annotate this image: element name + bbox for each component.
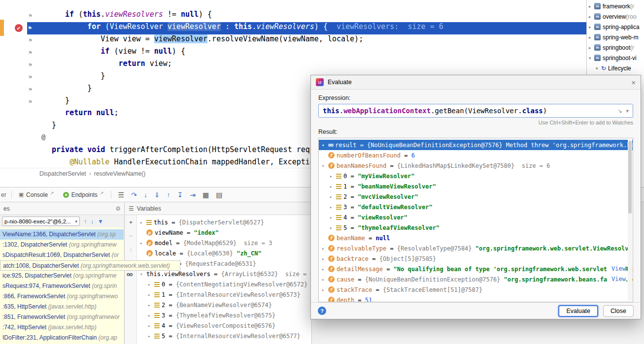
chevron-down-icon[interactable]: ▾ — [626, 108, 629, 114]
panel-options-icon[interactable]: ⚙ — [115, 205, 121, 212]
variables-menu-icon[interactable]: ☰ — [129, 205, 134, 212]
frame-row[interactable]: sRequest:974, FrameworkServlet (org.spri… — [0, 281, 124, 291]
expand-chevron-icon[interactable]: ▸ — [322, 287, 328, 292]
layout-menu-icon[interactable]: ☰ — [118, 191, 125, 199]
expand-chevron-icon[interactable]: ▸ — [148, 303, 154, 308]
expression-combobox[interactable]: this.webApplicationContext.getBean(ViewR… — [318, 104, 633, 118]
expand-chevron-icon[interactable]: ▸ — [589, 14, 594, 19]
result-row[interactable]: ▸2 = "mvcViewResolver" — [319, 191, 633, 202]
variable-row[interactable]: ▸this = {DispatcherServlet@6527} — [137, 217, 311, 227]
code-line[interactable]: ⚑ if (view != null) { — [0, 47, 586, 59]
frame-row-tooltip[interactable]: atch:1008, DispatcherServlet (org.spring… — [0, 260, 180, 271]
close-icon[interactable]: × — [631, 79, 636, 86]
expand-chevron-icon[interactable]: ▸ — [589, 4, 594, 9]
result-row[interactable]: ▸fbacktrace = {Object[5]@7585} — [319, 253, 633, 264]
scrollbar[interactable] — [628, 139, 632, 301]
expand-chevron-icon[interactable]: ▾ — [589, 56, 594, 61]
move-watch-up-icon[interactable]: ↑ — [129, 247, 133, 253]
expand-chevron-icon[interactable]: ▸ — [322, 256, 328, 261]
variable-row[interactable]: ▸pmodel = {ModelMap@6529} size = 3 — [137, 238, 311, 248]
result-row[interactable]: fnumberOfBeansFound = 6 — [319, 150, 633, 160]
frame-down-icon[interactable]: ↓ — [91, 218, 94, 225]
breadcrumb-item[interactable]: DispatcherServlet — [39, 170, 86, 177]
project-item[interactable]: ▸mspringboot (r — [587, 42, 644, 53]
layout-settings-icon[interactable]: ▤ — [216, 191, 222, 199]
expand-chevron-icon[interactable]: ▾ — [322, 143, 328, 148]
project-item[interactable]: ▾mspringboot-vi — [587, 53, 644, 63]
expand-chevron-icon[interactable]: ▸ — [140, 220, 146, 225]
project-item[interactable]: ▸moverview (roo — [587, 11, 644, 22]
variable-row[interactable]: ▸1 = {InternalResourceViewResolver@6573} — [137, 289, 311, 300]
step-over-icon[interactable]: ↷ — [131, 191, 137, 199]
bookmark-icon[interactable]: ⚑ — [29, 71, 32, 84]
expand-chevron-icon[interactable]: ▸ — [322, 246, 328, 251]
expand-chevron-icon[interactable]: ▾ — [140, 272, 146, 277]
expand-chevron-icon[interactable]: ▸ — [140, 241, 146, 246]
frame-row[interactable]: :851, FrameworkServlet (org.springframew… — [0, 312, 124, 322]
breadcrumb-item[interactable]: resolveViewName() — [94, 170, 145, 177]
frame-row[interactable]: sDispatchResult:1069, DispatcherServlet … — [0, 250, 124, 260]
expand-chevron-icon[interactable]: ▸ — [330, 194, 336, 199]
result-row[interactable]: ▸fdetailMessage = "No qualifying bean of… — [319, 264, 633, 274]
result-row[interactable]: ▸3 = "defaultViewResolver" — [319, 202, 633, 212]
expand-chevron-icon[interactable]: ▸ — [148, 282, 154, 287]
expand-icon[interactable]: ↘ — [617, 108, 622, 114]
step-out-icon[interactable]: ↑ — [167, 191, 170, 199]
expand-chevron-icon[interactable]: ▸ — [148, 323, 154, 328]
expand-chevron-icon[interactable]: ▸ — [330, 205, 336, 210]
frame-up-icon[interactable]: ↑ — [84, 218, 87, 225]
code-line[interactable]: ⚑ View view = viewResolver.resolveViewNa… — [0, 34, 586, 47]
expand-chevron-icon[interactable]: ▾ — [322, 163, 328, 168]
variable-row[interactable]: ▸2 = {BeanNameViewResolver@6574} — [137, 300, 311, 310]
thread-selector[interactable]: p-nio-8080-exec-2"@6,2... ▾ — [2, 217, 80, 226]
force-step-into-icon[interactable]: ⇓ — [154, 191, 160, 199]
result-row[interactable]: fdepth = 51 — [319, 295, 633, 302]
bookmark-icon[interactable]: ⚑ — [29, 59, 32, 71]
result-row[interactable]: fbeanName = null — [319, 233, 633, 243]
help-icon[interactable]: ? — [318, 307, 326, 315]
project-item[interactable]: ▾↻Lifecycle — [587, 63, 644, 73]
frame-row[interactable]: :635, HttpServlet (javax.servlet.http) — [0, 302, 124, 312]
result-row[interactable]: ▸5 = "thymeleafViewResolver" — [319, 222, 633, 233]
expand-chevron-icon[interactable]: ▸ — [330, 225, 336, 230]
variable-row[interactable]: ▸0 = {ContentNegotiatingViewResolver@657… — [137, 279, 311, 289]
expand-chevron-icon[interactable]: ▸ — [589, 45, 594, 50]
result-row[interactable]: ▸1 = "beanNameViewResolver" — [319, 181, 633, 191]
result-row[interactable]: ▾ooresult = {NoUniqueBeanDefinitionExcep… — [319, 140, 633, 150]
expand-chevron-icon[interactable]: ▸ — [330, 184, 336, 189]
result-row[interactable]: ▸4 = "viewResolver" — [319, 212, 633, 222]
frame-row[interactable]: IDoFilter:231, ApplicationFilterChain (o… — [0, 333, 124, 343]
debugger-tab-cut[interactable]: er — [1, 191, 6, 198]
expand-chevron-icon[interactable]: ▸ — [589, 25, 594, 30]
execution-line[interactable]: ⚑ for (ViewResolver viewResolver : this.… — [27, 22, 586, 34]
expand-chevron-icon[interactable]: ▸ — [148, 313, 154, 318]
bookmark-icon[interactable]: ⚑ — [29, 10, 32, 22]
frame-row[interactable]: ice:925, DispatcherServlet (org.springfr… — [0, 271, 124, 281]
variable-row[interactable]: ▸3 = {ThymeleafViewResolver@6575} — [137, 310, 311, 320]
project-item[interactable]: ▸mframework (r — [587, 1, 644, 11]
result-row[interactable]: ▸fresolvableType = {ResolvableType@7584}… — [319, 243, 633, 253]
variable-row[interactable]: ▸5 = {InternalResourceViewResolver@6577} — [137, 331, 311, 341]
result-row[interactable]: ▸0 = "myViewResolver" — [319, 171, 633, 181]
frame-row[interactable]: :1302, DispatcherServlet (org.springfram… — [0, 240, 124, 250]
dialog-titlebar[interactable]: IJ Evaluate × — [311, 75, 641, 90]
scrollbar-thumb[interactable] — [628, 141, 632, 214]
frame-row[interactable]: ViewName:1366, DispatcherServlet (org.sp — [0, 229, 124, 240]
close-button[interactable]: Close — [603, 305, 634, 317]
add-watch-icon[interactable]: + — [129, 219, 133, 226]
variable-row[interactable]: ▸4 = {ViewResolverComposite@6576} — [137, 320, 311, 331]
run-to-cursor-icon[interactable]: ↧ — [177, 191, 183, 199]
filter-icon[interactable]: ▼ — [98, 218, 103, 225]
evaluate-button[interactable]: Evaluate — [558, 305, 598, 317]
expand-chevron-icon[interactable]: ▸ — [589, 35, 594, 40]
bookmark-icon[interactable]: ⚑ — [29, 34, 32, 47]
bookmark-icon[interactable]: ⚑ — [28, 22, 32, 34]
result-row[interactable]: ▸fstackTrace = {StackTraceElement[51]@75… — [319, 284, 633, 295]
bookmark-icon[interactable]: ⚑ — [29, 84, 32, 96]
code-line[interactable]: ⚑ return view; — [0, 59, 586, 71]
expand-chevron-icon[interactable]: ▸ — [330, 215, 336, 220]
evaluate-expression-icon[interactable]: ⇥ — [190, 191, 196, 199]
frame-row[interactable]: :866, FrameworkServlet (org.springframew… — [0, 291, 124, 302]
variable-row[interactable]: plocale = {Locale@6530} "zh_CN" — [137, 248, 311, 258]
expand-chevron-icon[interactable]: ▸ — [322, 277, 328, 282]
